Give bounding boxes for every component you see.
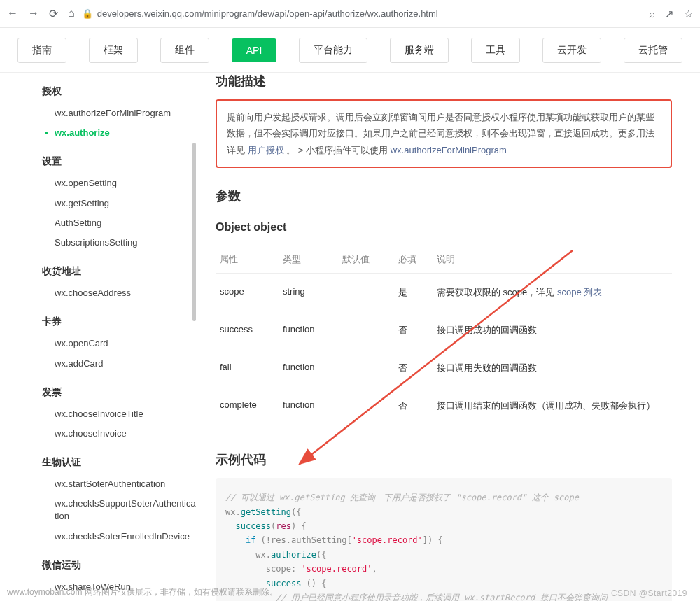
object-heading: Object object	[216, 221, 672, 234]
sidebar-group-title: 发票	[42, 386, 196, 399]
table-cell: complete	[216, 387, 279, 425]
search-icon[interactable]: ⌕	[649, 8, 655, 20]
sidebar-item[interactable]: wx.addCard	[42, 354, 196, 374]
sidebar-item[interactable]: wx.getSetting	[42, 194, 196, 213]
nav-item[interactable]: 组件	[160, 38, 209, 63]
sidebar[interactable]: 授权wx.authorizeForMiniProgramwx.authorize…	[0, 73, 196, 601]
table-cell: function	[279, 311, 338, 349]
sidebar-group-title: 收货地址	[42, 265, 196, 278]
table-cell: 接口调用成功的回调函数	[433, 311, 672, 349]
table-cell: 接口调用失败的回调函数	[433, 349, 672, 387]
bottom-note: www.toymoban.com 网络图片仅供展示，非存储，如有侵权请联系删除。	[7, 586, 278, 598]
back-icon[interactable]: ←	[7, 7, 18, 20]
sidebar-item[interactable]: wx.chooseInvoice	[42, 424, 196, 444]
url-bar[interactable]: 🔒 developers.weixin.qq.com/miniprogram/d…	[82, 8, 642, 19]
sidebar-item[interactable]: wx.openCard	[42, 334, 196, 353]
params-heading: 参数	[216, 188, 672, 204]
sidebar-item[interactable]: wx.checkIsSoterEnrolledInDevice	[42, 527, 196, 546]
sidebar-group-title: 授权	[42, 85, 196, 98]
sidebar-item[interactable]: wx.chooseInvoiceTitle	[42, 404, 196, 424]
url-text: developers.weixin.qq.com/miniprogram/dev…	[97, 8, 438, 19]
sidebar-group-title: 微信运动	[42, 559, 196, 572]
main-content: 功能描述 提前向用户发起授权请求。调用后会立刻弹窗询问用户是否同意授权小程序使用…	[196, 73, 700, 601]
sidebar-item[interactable]: wx.startSoterAuthentication	[42, 474, 196, 494]
watermark: CSDN @Start2019	[611, 588, 687, 598]
scope-list-link[interactable]: scope 列表	[557, 287, 602, 297]
table-header: 必填	[394, 246, 433, 274]
nav-item[interactable]: 服务端	[390, 38, 449, 63]
table-cell	[338, 387, 394, 425]
share-icon[interactable]: ↗	[665, 8, 674, 20]
top-nav: 指南框架组件API平台能力服务端工具云开发云托管	[0, 28, 700, 73]
star-icon[interactable]: ☆	[684, 8, 693, 20]
table-cell	[338, 349, 394, 387]
sidebar-item[interactable]: SubscriptionsSetting	[42, 233, 196, 253]
table-cell	[338, 274, 394, 312]
table-cell: 否	[394, 349, 433, 387]
table-cell: function	[279, 349, 338, 387]
sidebar-item[interactable]: wx.checkIsSupportSoterAuthentication	[42, 494, 196, 526]
desc-link-auth[interactable]: 用户授权	[248, 145, 284, 155]
sidebar-item[interactable]: wx.authorizeForMiniProgram	[42, 104, 196, 123]
table-cell: 否	[394, 311, 433, 349]
table-cell: success	[216, 311, 279, 349]
home-icon[interactable]: ⌂	[68, 7, 75, 20]
table-cell: scope	[216, 274, 279, 312]
table-header: 属性	[216, 246, 279, 274]
reload-icon[interactable]: ⟳	[49, 7, 58, 20]
nav-item[interactable]: API	[232, 38, 277, 62]
table-cell: fail	[216, 349, 279, 387]
sidebar-group-title: 卡券	[42, 316, 196, 328]
table-cell: function	[279, 387, 338, 425]
nav-item[interactable]: 框架	[89, 38, 138, 63]
table-row: successfunction否接口调用成功的回调函数	[216, 311, 672, 349]
params-table: 属性类型默认值必填说明 scopestring是需要获取权限的 scope，详见…	[216, 246, 672, 425]
table-row: scopestring是需要获取权限的 scope，详见 scope 列表	[216, 274, 672, 312]
table-row: completefunction否接口调用结束的回调函数（调用成功、失败都会执行…	[216, 387, 672, 425]
table-cell: string	[279, 274, 338, 312]
example-heading: 示例代码	[216, 451, 672, 468]
code-block: // 可以通过 wx.getSetting 先查询一下用户是否授权了 "scop…	[216, 478, 672, 601]
table-cell: 接口调用结束的回调函数（调用成功、失败都会执行）	[433, 387, 672, 425]
table-cell: 否	[394, 387, 433, 425]
sidebar-item[interactable]: wx.chooseAddress	[42, 283, 196, 303]
section-title: 功能描述	[216, 73, 672, 90]
forward-icon[interactable]: →	[28, 7, 39, 20]
sidebar-item[interactable]: AuthSetting	[42, 213, 196, 233]
sidebar-group-title: 设置	[42, 155, 196, 168]
table-header: 默认值	[338, 246, 394, 274]
table-row: failfunction否接口调用失败的回调函数	[216, 349, 672, 387]
sidebar-group-title: 生物认证	[42, 456, 196, 469]
table-cell: 需要获取权限的 scope，详见 scope 列表	[433, 274, 672, 312]
nav-item[interactable]: 云托管	[624, 38, 682, 63]
table-header: 说明	[433, 246, 672, 274]
nav-item[interactable]: 平台能力	[299, 38, 368, 63]
nav-item[interactable]: 指南	[18, 38, 66, 63]
table-cell	[338, 311, 394, 349]
lock-icon: 🔒	[82, 8, 93, 19]
desc-link-authorize-mini[interactable]: wx.authorizeForMiniProgram	[391, 145, 507, 155]
description-box: 提前向用户发起授权请求。调用后会立刻弹窗询问用户是否同意授权小程序使用某项功能或…	[216, 99, 672, 168]
browser-bar: ← → ⟳ ⌂ 🔒 developers.weixin.qq.com/minip…	[0, 0, 700, 28]
nav-item[interactable]: 云开发	[542, 38, 601, 63]
sidebar-item[interactable]: wx.openSetting	[42, 174, 196, 193]
desc-text: 。 > 小程序插件可以使用	[286, 145, 390, 155]
table-header: 类型	[279, 246, 338, 274]
sidebar-item[interactable]: wx.authorize	[42, 123, 196, 143]
table-cell: 是	[394, 274, 433, 312]
nav-item[interactable]: 工具	[471, 38, 520, 63]
